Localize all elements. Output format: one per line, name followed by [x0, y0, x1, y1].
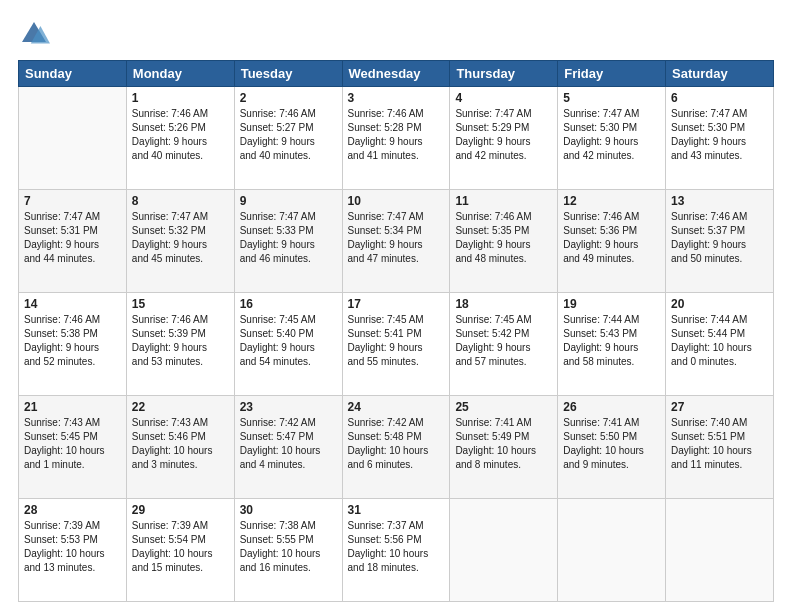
day-number: 6 [671, 91, 768, 105]
column-header-tuesday: Tuesday [234, 61, 342, 87]
calendar-cell [666, 499, 774, 602]
logo [18, 18, 54, 50]
column-header-friday: Friday [558, 61, 666, 87]
day-info: Sunrise: 7:45 AM Sunset: 5:40 PM Dayligh… [240, 313, 337, 369]
calendar-week-row: 28Sunrise: 7:39 AM Sunset: 5:53 PM Dayli… [19, 499, 774, 602]
calendar-cell: 10Sunrise: 7:47 AM Sunset: 5:34 PM Dayli… [342, 190, 450, 293]
calendar-cell: 2Sunrise: 7:46 AM Sunset: 5:27 PM Daylig… [234, 87, 342, 190]
day-number: 23 [240, 400, 337, 414]
calendar-cell: 9Sunrise: 7:47 AM Sunset: 5:33 PM Daylig… [234, 190, 342, 293]
day-number: 20 [671, 297, 768, 311]
calendar-cell: 25Sunrise: 7:41 AM Sunset: 5:49 PM Dayli… [450, 396, 558, 499]
day-info: Sunrise: 7:47 AM Sunset: 5:30 PM Dayligh… [671, 107, 768, 163]
day-info: Sunrise: 7:46 AM Sunset: 5:39 PM Dayligh… [132, 313, 229, 369]
calendar-cell: 14Sunrise: 7:46 AM Sunset: 5:38 PM Dayli… [19, 293, 127, 396]
day-number: 4 [455, 91, 552, 105]
calendar-cell: 28Sunrise: 7:39 AM Sunset: 5:53 PM Dayli… [19, 499, 127, 602]
day-info: Sunrise: 7:42 AM Sunset: 5:48 PM Dayligh… [348, 416, 445, 472]
header [18, 18, 774, 50]
day-info: Sunrise: 7:47 AM Sunset: 5:34 PM Dayligh… [348, 210, 445, 266]
calendar-cell: 13Sunrise: 7:46 AM Sunset: 5:37 PM Dayli… [666, 190, 774, 293]
day-number: 29 [132, 503, 229, 517]
calendar-cell: 17Sunrise: 7:45 AM Sunset: 5:41 PM Dayli… [342, 293, 450, 396]
calendar-cell: 18Sunrise: 7:45 AM Sunset: 5:42 PM Dayli… [450, 293, 558, 396]
column-header-monday: Monday [126, 61, 234, 87]
day-info: Sunrise: 7:46 AM Sunset: 5:28 PM Dayligh… [348, 107, 445, 163]
column-header-sunday: Sunday [19, 61, 127, 87]
calendar-cell: 20Sunrise: 7:44 AM Sunset: 5:44 PM Dayli… [666, 293, 774, 396]
day-number: 10 [348, 194, 445, 208]
day-number: 5 [563, 91, 660, 105]
calendar-cell: 5Sunrise: 7:47 AM Sunset: 5:30 PM Daylig… [558, 87, 666, 190]
day-number: 18 [455, 297, 552, 311]
day-number: 24 [348, 400, 445, 414]
calendar-cell: 8Sunrise: 7:47 AM Sunset: 5:32 PM Daylig… [126, 190, 234, 293]
day-info: Sunrise: 7:41 AM Sunset: 5:50 PM Dayligh… [563, 416, 660, 472]
calendar-body: 1Sunrise: 7:46 AM Sunset: 5:26 PM Daylig… [19, 87, 774, 602]
calendar-week-row: 14Sunrise: 7:46 AM Sunset: 5:38 PM Dayli… [19, 293, 774, 396]
calendar-cell: 1Sunrise: 7:46 AM Sunset: 5:26 PM Daylig… [126, 87, 234, 190]
day-number: 1 [132, 91, 229, 105]
day-number: 21 [24, 400, 121, 414]
day-number: 31 [348, 503, 445, 517]
day-info: Sunrise: 7:41 AM Sunset: 5:49 PM Dayligh… [455, 416, 552, 472]
calendar-cell: 30Sunrise: 7:38 AM Sunset: 5:55 PM Dayli… [234, 499, 342, 602]
day-number: 3 [348, 91, 445, 105]
calendar-cell: 27Sunrise: 7:40 AM Sunset: 5:51 PM Dayli… [666, 396, 774, 499]
calendar-cell: 6Sunrise: 7:47 AM Sunset: 5:30 PM Daylig… [666, 87, 774, 190]
column-header-saturday: Saturday [666, 61, 774, 87]
day-number: 28 [24, 503, 121, 517]
day-info: Sunrise: 7:45 AM Sunset: 5:42 PM Dayligh… [455, 313, 552, 369]
day-info: Sunrise: 7:44 AM Sunset: 5:43 PM Dayligh… [563, 313, 660, 369]
day-number: 11 [455, 194, 552, 208]
day-info: Sunrise: 7:42 AM Sunset: 5:47 PM Dayligh… [240, 416, 337, 472]
day-info: Sunrise: 7:46 AM Sunset: 5:38 PM Dayligh… [24, 313, 121, 369]
day-info: Sunrise: 7:46 AM Sunset: 5:36 PM Dayligh… [563, 210, 660, 266]
day-number: 17 [348, 297, 445, 311]
calendar-cell: 7Sunrise: 7:47 AM Sunset: 5:31 PM Daylig… [19, 190, 127, 293]
day-info: Sunrise: 7:43 AM Sunset: 5:45 PM Dayligh… [24, 416, 121, 472]
calendar-cell: 31Sunrise: 7:37 AM Sunset: 5:56 PM Dayli… [342, 499, 450, 602]
day-number: 30 [240, 503, 337, 517]
day-info: Sunrise: 7:46 AM Sunset: 5:26 PM Dayligh… [132, 107, 229, 163]
day-info: Sunrise: 7:38 AM Sunset: 5:55 PM Dayligh… [240, 519, 337, 575]
calendar-week-row: 21Sunrise: 7:43 AM Sunset: 5:45 PM Dayli… [19, 396, 774, 499]
day-info: Sunrise: 7:46 AM Sunset: 5:35 PM Dayligh… [455, 210, 552, 266]
day-info: Sunrise: 7:46 AM Sunset: 5:27 PM Dayligh… [240, 107, 337, 163]
calendar-cell: 15Sunrise: 7:46 AM Sunset: 5:39 PM Dayli… [126, 293, 234, 396]
day-number: 14 [24, 297, 121, 311]
day-info: Sunrise: 7:44 AM Sunset: 5:44 PM Dayligh… [671, 313, 768, 369]
calendar-header-row: SundayMondayTuesdayWednesdayThursdayFrid… [19, 61, 774, 87]
calendar-cell: 26Sunrise: 7:41 AM Sunset: 5:50 PM Dayli… [558, 396, 666, 499]
day-number: 2 [240, 91, 337, 105]
day-number: 26 [563, 400, 660, 414]
calendar-week-row: 7Sunrise: 7:47 AM Sunset: 5:31 PM Daylig… [19, 190, 774, 293]
day-number: 22 [132, 400, 229, 414]
calendar-cell [558, 499, 666, 602]
calendar-cell: 23Sunrise: 7:42 AM Sunset: 5:47 PM Dayli… [234, 396, 342, 499]
day-info: Sunrise: 7:43 AM Sunset: 5:46 PM Dayligh… [132, 416, 229, 472]
logo-icon [18, 18, 50, 50]
day-info: Sunrise: 7:39 AM Sunset: 5:54 PM Dayligh… [132, 519, 229, 575]
day-info: Sunrise: 7:47 AM Sunset: 5:33 PM Dayligh… [240, 210, 337, 266]
column-header-wednesday: Wednesday [342, 61, 450, 87]
day-number: 25 [455, 400, 552, 414]
day-info: Sunrise: 7:40 AM Sunset: 5:51 PM Dayligh… [671, 416, 768, 472]
calendar-cell: 11Sunrise: 7:46 AM Sunset: 5:35 PM Dayli… [450, 190, 558, 293]
calendar-week-row: 1Sunrise: 7:46 AM Sunset: 5:26 PM Daylig… [19, 87, 774, 190]
day-info: Sunrise: 7:37 AM Sunset: 5:56 PM Dayligh… [348, 519, 445, 575]
calendar-cell: 21Sunrise: 7:43 AM Sunset: 5:45 PM Dayli… [19, 396, 127, 499]
column-header-thursday: Thursday [450, 61, 558, 87]
day-info: Sunrise: 7:39 AM Sunset: 5:53 PM Dayligh… [24, 519, 121, 575]
calendar-cell: 22Sunrise: 7:43 AM Sunset: 5:46 PM Dayli… [126, 396, 234, 499]
day-number: 27 [671, 400, 768, 414]
day-number: 15 [132, 297, 229, 311]
day-info: Sunrise: 7:47 AM Sunset: 5:32 PM Dayligh… [132, 210, 229, 266]
day-info: Sunrise: 7:47 AM Sunset: 5:30 PM Dayligh… [563, 107, 660, 163]
calendar-table: SundayMondayTuesdayWednesdayThursdayFrid… [18, 60, 774, 602]
day-number: 9 [240, 194, 337, 208]
page: SundayMondayTuesdayWednesdayThursdayFrid… [0, 0, 792, 612]
day-info: Sunrise: 7:47 AM Sunset: 5:29 PM Dayligh… [455, 107, 552, 163]
calendar-cell: 4Sunrise: 7:47 AM Sunset: 5:29 PM Daylig… [450, 87, 558, 190]
day-number: 7 [24, 194, 121, 208]
